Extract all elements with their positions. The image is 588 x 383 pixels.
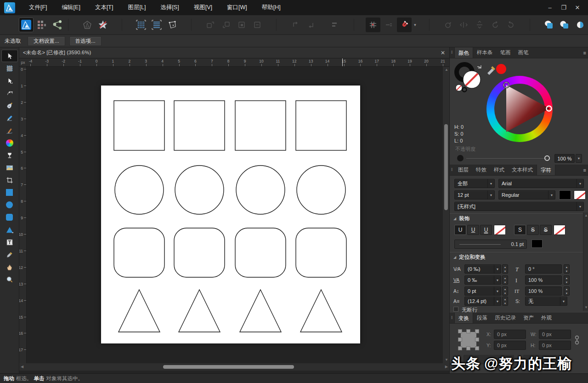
opacity-knob[interactable] <box>457 155 464 161</box>
no-break-checkbox[interactable] <box>453 307 458 312</box>
ellipse-tool[interactable] <box>1 199 18 211</box>
tracking-select[interactable]: 0 ‰▼ <box>464 275 501 285</box>
h-field[interactable]: 0 px <box>539 341 571 350</box>
tab-历史记录[interactable]: 历史记录 <box>491 313 520 323</box>
shear-field[interactable]: 0 ° <box>525 264 562 274</box>
menu-view[interactable]: 视图[V] <box>187 0 220 15</box>
horizontal-scale-field[interactable]: 100 % <box>525 286 562 296</box>
tab-资产[interactable]: 资产 <box>520 313 537 323</box>
link-dimensions-icon[interactable] <box>575 335 579 346</box>
tracking-stepper[interactable]: ▲▼ <box>502 275 508 285</box>
tab-画笔[interactable]: 画笔 <box>514 47 532 58</box>
scroll-down-icon[interactable]: ▼ <box>445 357 448 363</box>
tab-文本样式[interactable]: 文本样式 <box>508 165 537 175</box>
panel-menu-icon[interactable]: ≡ <box>583 50 586 56</box>
horizontal-scroll-thumb[interactable] <box>163 365 294 369</box>
shape-square[interactable] <box>174 101 225 150</box>
color-wheel[interactable] <box>486 76 553 142</box>
minimize-button[interactable]: – <box>543 2 557 13</box>
w-field[interactable]: 0 px <box>539 330 571 339</box>
document-close-icon[interactable]: ✕ <box>439 49 447 57</box>
node-tool[interactable] <box>1 74 18 87</box>
tab-外观[interactable]: 外观 <box>537 313 555 323</box>
text-stroke-none-swatch[interactable] <box>574 190 586 200</box>
strike-color-none-swatch[interactable] <box>554 225 565 235</box>
rectangle-tool[interactable] <box>1 186 18 199</box>
panel-grip[interactable]: ‖ <box>450 313 454 323</box>
font-weight-select[interactable]: Regular▼ <box>498 190 555 200</box>
y-field[interactable]: 0 px <box>494 341 526 350</box>
shape-triangle[interactable] <box>179 290 220 332</box>
preferences-button[interactable]: 首选项... <box>69 36 102 46</box>
close-button[interactable]: ✕ <box>571 2 584 13</box>
anchor-point-selector[interactable] <box>458 329 479 350</box>
menu-layer[interactable]: 图层[L] <box>120 0 153 15</box>
font-size-select[interactable]: 12 pt▼ <box>454 190 495 200</box>
tab-变换[interactable]: 变换 <box>454 313 473 323</box>
tab-样本条[interactable]: 样本条 <box>473 47 497 58</box>
shape-rounded-square[interactable] <box>174 228 225 277</box>
move-tool[interactable] <box>1 50 18 62</box>
canvas-horizontal-scrollbar[interactable]: ◀ ▶ <box>19 363 449 371</box>
x-field[interactable]: 0 px <box>494 330 526 339</box>
star-slash-button[interactable] <box>96 17 110 32</box>
menu-select[interactable]: 选择[S] <box>153 0 186 15</box>
tab-特效[interactable]: 特效 <box>472 165 490 175</box>
kerning-select[interactable]: (0 ‰)▼ <box>464 264 501 274</box>
pencil-tool[interactable] <box>1 112 18 124</box>
color-picker-tool[interactable] <box>1 248 18 261</box>
tab-颜色[interactable]: 颜色 <box>454 47 473 58</box>
strike-single-button[interactable]: S <box>514 225 526 235</box>
shape-square[interactable] <box>235 101 286 150</box>
positioning-section-header[interactable]: ◢ 定位和变换 <box>450 252 588 262</box>
shape-triangle[interactable] <box>240 290 281 332</box>
tab-段落[interactable]: 段落 <box>473 313 491 323</box>
underline-single-button[interactable]: U <box>454 225 466 235</box>
maximize-button[interactable]: ❐ <box>557 2 571 13</box>
menu-text[interactable]: 文本[T] <box>88 0 121 15</box>
vertical-scroll-thumb[interactable] <box>444 124 448 210</box>
snapping-magnet-button[interactable] <box>397 17 412 32</box>
boolean-subtract-button[interactable] <box>557 17 572 32</box>
rounded-rectangle-tool[interactable] <box>1 211 18 223</box>
scroll-right-icon[interactable]: ▶ <box>445 364 448 370</box>
leading-stepper[interactable]: ▲▼ <box>502 297 508 306</box>
persona-export-button[interactable] <box>50 17 65 32</box>
panel-grip[interactable]: ‖ <box>450 47 454 58</box>
persona-pixel-button[interactable] <box>34 17 49 32</box>
place-image-tool[interactable] <box>1 161 18 174</box>
eyedropper-swatch[interactable] <box>486 63 507 75</box>
panel-menu-icon[interactable]: ≡ <box>583 167 586 173</box>
text-style-select[interactable]: [无样式]▼ <box>454 202 584 211</box>
tab-图层[interactable]: 图层 <box>454 165 472 175</box>
shape-triangle[interactable] <box>300 290 342 332</box>
boolean-add-button[interactable] <box>542 17 556 32</box>
fill-gradient-tool[interactable] <box>1 137 18 149</box>
document-setup-button[interactable]: 文档设置... <box>28 36 65 46</box>
marquee-rows-button[interactable] <box>149 17 164 32</box>
triangle-tool[interactable] <box>1 223 18 236</box>
shape-square[interactable] <box>296 101 346 150</box>
zoom-tool[interactable] <box>1 273 18 286</box>
decorations-section-header[interactable]: ◢ 装饰 <box>450 213 588 223</box>
underline-color-none-swatch[interactable] <box>494 225 506 235</box>
shape-square[interactable] <box>114 101 164 150</box>
shape-rounded-square[interactable] <box>114 228 164 277</box>
fill-stroke-swatches[interactable] <box>453 61 486 93</box>
pen-tool[interactable] <box>1 99 18 112</box>
opacity-value[interactable]: 100 % <box>554 154 575 163</box>
scroll-down-icon[interactable]: ▼ <box>584 304 588 311</box>
decoration-stroke-width-field[interactable]: 0.1 pt <box>454 240 527 249</box>
baseline-stepper[interactable]: ▲▼ <box>502 286 508 296</box>
vector-brush-tool[interactable] <box>1 124 18 137</box>
text-fill-swatch[interactable] <box>559 190 571 200</box>
shape-rounded-square[interactable] <box>235 228 286 277</box>
vertical-scale-field[interactable]: 100 % <box>525 275 562 285</box>
document-tab[interactable]: <未命名> [已修改] (3590.6%) ✕ <box>19 47 449 58</box>
scroll-up-icon[interactable]: ▲ <box>584 212 588 219</box>
snapping-options-dropdown[interactable]: ▼ <box>412 17 418 32</box>
menu-window[interactable]: 窗口[W] <box>220 0 254 15</box>
scroll-left-icon[interactable]: ◀ <box>21 364 23 370</box>
kerning-stepper[interactable]: ▲▼ <box>502 264 508 274</box>
opacity-dropdown-icon[interactable]: ▼ <box>576 154 582 163</box>
